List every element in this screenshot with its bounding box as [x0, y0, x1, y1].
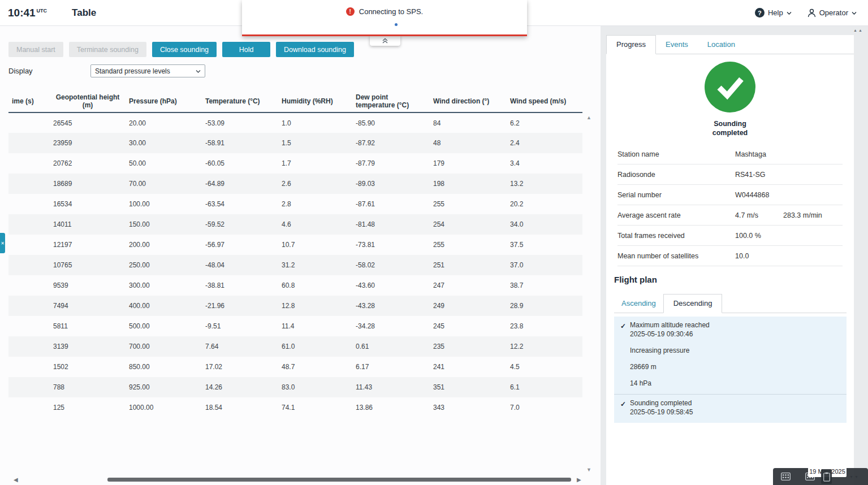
table-cell: 9539: [50, 275, 126, 296]
info-label: Mean number of satellites: [617, 252, 698, 260]
manual-start-button: Manual start: [8, 42, 63, 57]
table-scroll-down-icon[interactable]: ▼: [586, 467, 591, 473]
table-cell: [8, 275, 50, 296]
table-cell: 12197: [50, 235, 126, 255]
info-value-secondary: 283.3 m/min: [783, 205, 822, 226]
table-cell: [8, 153, 50, 174]
table-cell: 3139: [50, 336, 126, 357]
side-panel-toggle[interactable]: ✕: [0, 233, 5, 253]
table-cell: -87.79: [352, 153, 430, 174]
download-sounding-button[interactable]: Download sounding: [276, 42, 354, 57]
sounding-table: ime (s)Geopotential height (m)Pressure (…: [8, 90, 582, 418]
operator-menu[interactable]: Operator: [807, 8, 857, 18]
table-cell: [8, 235, 50, 255]
table-row[interactable]: 14011150.00-59.524.6-81.4825434.0: [8, 214, 582, 235]
table-cell: 2.4: [507, 133, 582, 153]
main-pane: Manual startTerminate soundingClose soun…: [0, 26, 601, 485]
table-row[interactable]: 3139700.007.6461.00.6123512.2: [8, 336, 582, 357]
table-cell: 235: [430, 336, 507, 357]
table-cell: 34.0: [507, 214, 582, 235]
table-cell: -60.05: [202, 153, 278, 174]
collapse-banner-button[interactable]: [370, 35, 400, 46]
table-cell: 14.26: [202, 377, 278, 397]
table-cell: 38.7: [507, 275, 582, 296]
app-grid-icon[interactable]: [781, 473, 791, 480]
table-cell: -38.81: [202, 275, 278, 296]
panel-scroll-up-icon[interactable]: ▲▲: [853, 28, 863, 32]
table-row[interactable]: 7494400.00-21.9612.8-43.2824928.9: [8, 296, 582, 316]
clock: 10:41UTC: [8, 7, 47, 19]
event-title: Sounding completed: [630, 399, 847, 407]
table-row[interactable]: 2654520.00-53.091.0-85.90846.2: [8, 112, 582, 133]
table-cell: 7.64: [202, 336, 278, 357]
topbar-right: ? Help Operator: [755, 8, 857, 18]
table-cell: 343: [430, 397, 507, 418]
table-cell: 20.00: [126, 112, 202, 133]
status-icon-wrap: [606, 61, 854, 113]
table-row[interactable]: 2395930.00-58.911.5-87.92482.4: [8, 133, 582, 153]
table-cell: 250.00: [126, 255, 202, 275]
table-cell: 3.4: [507, 153, 582, 174]
info-label: Radiosonde: [617, 171, 655, 179]
table-cell: 400.00: [126, 296, 202, 316]
table-cell: 925.00: [126, 377, 202, 397]
table-cell: -87.61: [352, 194, 430, 214]
table-cell: -21.96: [202, 296, 278, 316]
user-icon: [807, 8, 816, 18]
column-header: Dew point temperature (°C): [352, 90, 430, 112]
table-row[interactable]: 1251000.0018.5474.113.863437.0: [8, 397, 582, 418]
table-cell: 61.0: [278, 336, 352, 357]
table-cell: 245: [430, 316, 507, 336]
table-cell: [8, 214, 50, 235]
table-cell: 4.5: [507, 357, 582, 377]
tab-events[interactable]: Events: [656, 35, 698, 54]
table-cell: 788: [50, 377, 126, 397]
table-cell: 1.5: [278, 133, 352, 153]
table-cell: 13.2: [507, 174, 582, 194]
table-header-row: ime (s)Geopotential height (m)Pressure (…: [8, 90, 582, 112]
table-cell: 179: [430, 153, 507, 174]
clipboard-icon[interactable]: [821, 469, 832, 484]
check-icon: ✓: [620, 322, 626, 330]
table-scroll-up-icon[interactable]: ▲: [586, 115, 591, 120]
table-cell: 37.0: [507, 255, 582, 275]
table-row[interactable]: 10765250.00-48.0431.2-58.0225137.0: [8, 255, 582, 275]
help-menu[interactable]: ? Help: [755, 8, 792, 18]
info-value: RS41-SG: [735, 164, 766, 185]
tab-progress[interactable]: Progress: [606, 35, 656, 54]
hscroll-left-icon[interactable]: ◀: [14, 477, 18, 483]
close-sounding-button[interactable]: Close sounding: [152, 42, 217, 57]
table-cell: [8, 133, 50, 153]
table-cell: 14011: [50, 214, 126, 235]
table-row[interactable]: 788925.0014.2683.011.433516.1: [8, 377, 582, 397]
table-cell: 11.43: [352, 377, 430, 397]
display-select[interactable]: Standard pressure levels: [90, 64, 205, 77]
table-cell: 20762: [50, 153, 126, 174]
hold-button[interactable]: Hold: [222, 42, 270, 57]
table-row[interactable]: 16534100.00-63.542.8-87.6125520.2: [8, 194, 582, 214]
hscroll-right-icon[interactable]: ▶: [577, 477, 581, 483]
horizontal-scrollbar[interactable]: [107, 478, 571, 482]
table-row[interactable]: 1502850.0017.0248.76.172414.5: [8, 357, 582, 377]
tab-location[interactable]: Location: [698, 35, 745, 54]
table-row[interactable]: 12197200.00-56.9710.7-73.8125537.5: [8, 235, 582, 255]
table-cell: 200.00: [126, 235, 202, 255]
flight-tab-descending[interactable]: Descending: [663, 294, 723, 313]
table-cell: 37.5: [507, 235, 582, 255]
flight-tab-ascending[interactable]: Ascending: [614, 294, 663, 313]
table-cell: -73.81: [352, 235, 430, 255]
table-row[interactable]: 1868970.00-64.892.6-89.0319813.2: [8, 174, 582, 194]
column-header: Wind speed (m/s): [507, 90, 582, 112]
table-row[interactable]: 9539300.00-38.8160.8-43.6024738.7: [8, 275, 582, 296]
table-row[interactable]: 5811500.00-9.5111.4-34.2824523.8: [8, 316, 582, 336]
table-cell: 16534: [50, 194, 126, 214]
table-cell: [8, 316, 50, 336]
display-select-value: Standard pressure levels: [95, 67, 170, 75]
flight-plan-title: Flight plan: [614, 275, 657, 284]
table-cell: -43.60: [352, 275, 430, 296]
event-title: Maximum altitude reached: [630, 321, 847, 329]
table-row[interactable]: 2076250.00-60.051.7-87.791793.4: [8, 153, 582, 174]
table-cell: 254: [430, 214, 507, 235]
table-cell: 1.7: [278, 153, 352, 174]
notification-banner: ! Connecting to SPS.: [242, 0, 527, 36]
